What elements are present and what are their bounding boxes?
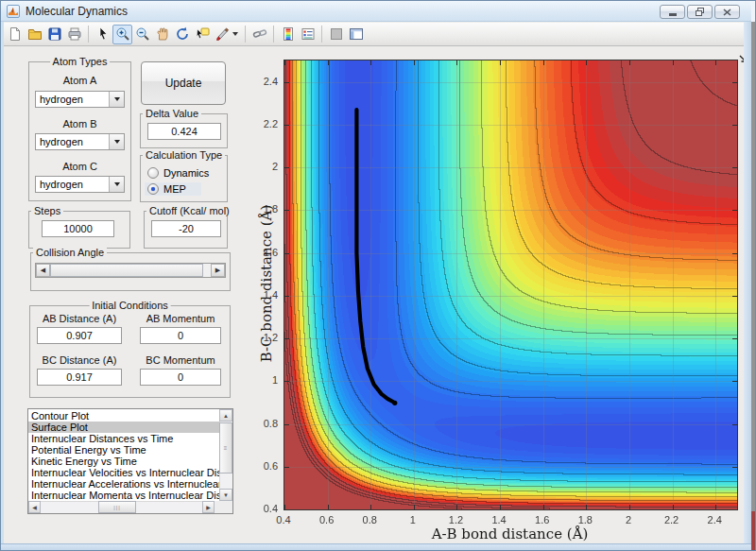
zoom-out-button[interactable] bbox=[132, 25, 152, 44]
y-tick-label: 2.2 bbox=[251, 118, 278, 129]
list-item[interactable]: Contour Plot bbox=[28, 410, 232, 422]
list-item[interactable]: Internuclear Velocities vs Internuclear … bbox=[28, 467, 232, 478]
atom-a-value: hydrogen bbox=[36, 92, 109, 107]
atom-c-value: hydrogen bbox=[36, 177, 109, 192]
title-bar[interactable]: Molecular Dynamics bbox=[1, 1, 751, 22]
steps-title: Steps bbox=[31, 205, 63, 216]
ab-distance-label: AB Distance (A) bbox=[37, 313, 122, 324]
slider-thumb[interactable] bbox=[50, 264, 203, 277]
x-tick-label: 2.4 bbox=[700, 514, 729, 525]
v-scroll-thumb[interactable]: ≡ bbox=[219, 422, 232, 474]
new-file-button[interactable] bbox=[5, 25, 25, 44]
minimize-icon bbox=[669, 13, 677, 16]
link-icon bbox=[252, 26, 267, 42]
collision-angle-slider[interactable]: ◀ ▶ bbox=[35, 263, 226, 278]
y-tick-label: 2.4 bbox=[251, 76, 278, 87]
brush-button[interactable] bbox=[212, 25, 232, 44]
scroll-left-button[interactable]: ◀ bbox=[28, 501, 41, 513]
atom-c-dropdown[interactable]: hydrogen bbox=[35, 176, 125, 193]
atom-types-title: Atom Types bbox=[50, 56, 111, 67]
show-plot-tools-button[interactable] bbox=[346, 25, 366, 44]
zoom-in-button[interactable] bbox=[112, 25, 132, 44]
list-item[interactable]: Internuclear Momenta vs Internuclear Dis… bbox=[28, 490, 232, 501]
pan-button[interactable] bbox=[152, 25, 172, 44]
atom-c-dropdown-button[interactable] bbox=[109, 177, 124, 192]
pointer-icon bbox=[95, 26, 111, 42]
radio-dynamics[interactable]: Dynamics bbox=[145, 166, 222, 180]
atom-a-dropdown[interactable]: hydrogen bbox=[35, 91, 125, 108]
x-tick-label: 0.6 bbox=[313, 514, 341, 525]
scrollbar-corner bbox=[215, 501, 232, 513]
link-plot-button[interactable] bbox=[249, 25, 269, 44]
y-tick-label: 2 bbox=[251, 161, 278, 172]
delta-value-field[interactable] bbox=[147, 123, 221, 140]
bc-distance-label: BC Distance (A) bbox=[37, 354, 122, 366]
slider-left-arrow[interactable]: ◀ bbox=[36, 264, 50, 277]
data-cursor-button[interactable] bbox=[192, 25, 212, 44]
x-tick-label: 1.2 bbox=[441, 514, 470, 525]
new-file-icon bbox=[8, 26, 23, 42]
slider-right-arrow[interactable]: ▶ bbox=[211, 264, 225, 277]
open-file-button[interactable] bbox=[25, 25, 44, 44]
window-border-right bbox=[744, 22, 751, 543]
hide-plot-tools-button[interactable] bbox=[326, 25, 346, 44]
cutoff-title: Cutoff (Kcal/ mol) bbox=[146, 205, 232, 216]
toolbar-separator bbox=[321, 26, 322, 43]
y-axis-label: B-C bond distance (Å) bbox=[258, 205, 275, 363]
window-title: Molecular Dynamics bbox=[26, 5, 128, 18]
atom-b-dropdown-button[interactable] bbox=[109, 134, 124, 149]
list-item-selected[interactable]: Surface Plot bbox=[28, 422, 232, 433]
delta-value-title: Delta Value bbox=[143, 108, 201, 119]
data-cursor-icon bbox=[195, 26, 210, 42]
rotate-3d-button[interactable] bbox=[172, 25, 192, 44]
list-item[interactable]: Internuclear Accelerations vs Internucle… bbox=[28, 478, 232, 490]
restore-button[interactable] bbox=[687, 5, 713, 19]
toolbar-separator bbox=[245, 26, 246, 43]
bc-distance-field[interactable] bbox=[37, 369, 122, 386]
list-item[interactable]: Internuclear Distances vs Time bbox=[28, 433, 232, 444]
radio-mep-label: MEP bbox=[163, 183, 186, 195]
plot-type-listbox[interactable]: Contour Plot Surface Plot Internuclear D… bbox=[27, 408, 233, 514]
radio-mep[interactable]: MEP bbox=[145, 182, 201, 196]
scroll-down-button[interactable]: ▼ bbox=[219, 489, 232, 501]
ab-momentum-label: AB Momentum bbox=[140, 313, 221, 324]
pointer-button[interactable] bbox=[93, 25, 112, 44]
atom-a-label: Atom A bbox=[28, 75, 131, 86]
y-tick-label: 0.8 bbox=[251, 418, 278, 429]
print-icon bbox=[67, 26, 82, 42]
atom-b-dropdown[interactable]: hydrogen bbox=[35, 133, 125, 150]
desktop-sliver bbox=[751, 1, 756, 551]
colorbar-icon bbox=[281, 26, 296, 42]
radio-dynamics-label: Dynamics bbox=[163, 167, 209, 179]
atom-a-dropdown-button[interactable] bbox=[109, 92, 124, 107]
atom-b-value: hydrogen bbox=[36, 134, 109, 149]
scroll-right-button[interactable]: ▶ bbox=[202, 501, 215, 513]
x-tick-label: 1.8 bbox=[571, 514, 599, 525]
y-tick-label: 1 bbox=[251, 374, 278, 386]
scroll-up-button[interactable]: ▲ bbox=[219, 409, 232, 422]
brush-icon bbox=[215, 26, 230, 42]
x-tick-label: 2.2 bbox=[658, 514, 686, 525]
cutoff-field[interactable] bbox=[151, 220, 221, 237]
update-button[interactable]: Update bbox=[141, 61, 226, 105]
brush-dropdown-icon[interactable] bbox=[232, 32, 238, 36]
steps-field[interactable] bbox=[42, 220, 114, 237]
minimize-button[interactable] bbox=[660, 5, 685, 19]
chevron-down-icon bbox=[114, 140, 120, 144]
x-tick-label: 1 bbox=[399, 514, 427, 525]
insert-colorbar-button[interactable] bbox=[278, 25, 298, 44]
contour-canvas[interactable] bbox=[284, 60, 738, 510]
ab-distance-field[interactable] bbox=[37, 327, 122, 344]
print-button[interactable] bbox=[64, 25, 84, 44]
close-button[interactable] bbox=[714, 5, 740, 19]
y-tick-label: 0.6 bbox=[251, 460, 278, 472]
save-button[interactable] bbox=[44, 25, 64, 44]
calculation-type-title: Calculation Type bbox=[143, 149, 225, 161]
h-scroll-thumb[interactable]: ||| bbox=[98, 501, 136, 513]
ab-momentum-field[interactable] bbox=[140, 327, 221, 344]
bc-momentum-field[interactable] bbox=[140, 369, 221, 386]
list-item[interactable]: Potential Energy vs Time bbox=[28, 444, 232, 456]
insert-legend-button[interactable] bbox=[298, 25, 318, 44]
rotate-3d-icon bbox=[175, 26, 190, 42]
list-item[interactable]: Kinetic Energy vs Time bbox=[28, 456, 232, 467]
